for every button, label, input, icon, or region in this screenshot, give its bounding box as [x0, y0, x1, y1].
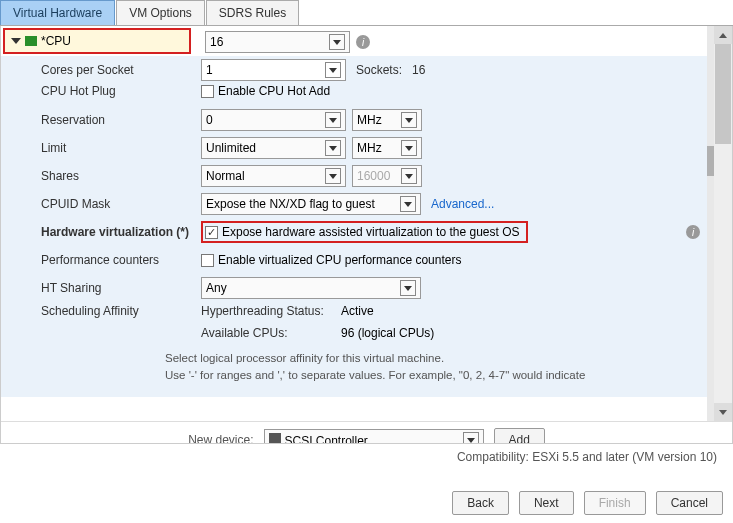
affinity-help-1: Select logical processor affinity for th… — [165, 350, 714, 367]
scsi-icon — [269, 433, 281, 445]
shares-select[interactable]: Normal — [201, 165, 346, 187]
tab-sdrs-rules[interactable]: SDRS Rules — [206, 0, 299, 25]
scrollbar[interactable] — [714, 26, 732, 421]
hwvirt-highlight: Expose hardware assisted virtualization … — [201, 221, 528, 243]
compatibility-text: Compatibility: ESXi 5.5 and later (VM ve… — [0, 444, 733, 468]
scheduling-affinity-label: Scheduling Affinity — [41, 304, 201, 318]
shares-label: Shares — [41, 169, 201, 183]
cpu-section-header[interactable]: *CPU — [3, 28, 191, 54]
chevron-down-icon — [11, 38, 21, 44]
back-button[interactable]: Back — [452, 491, 509, 515]
hotplug-checkbox-label: Enable CPU Hot Add — [218, 84, 330, 98]
tab-vm-options[interactable]: VM Options — [116, 0, 205, 25]
sockets-label: Sockets: — [356, 63, 402, 77]
hardware-panel: *CPU 16 i Cores per Socket 1 Sockets: 16 — [0, 26, 733, 444]
ht-status-label: Hyperthreading Status: — [201, 304, 341, 318]
cores-per-socket-label: Cores per Socket — [41, 63, 201, 77]
scroll-thumb[interactable] — [715, 44, 731, 144]
reservation-select[interactable]: 0 — [201, 109, 346, 131]
limit-select[interactable]: Unlimited — [201, 137, 346, 159]
cpu-count-select[interactable]: 16 — [205, 31, 350, 53]
limit-unit-select[interactable]: MHz — [352, 137, 422, 159]
cpu-chip-icon — [25, 36, 37, 46]
cores-per-socket-select[interactable]: 1 — [201, 59, 346, 81]
cancel-button[interactable]: Cancel — [656, 491, 723, 515]
cores-per-socket-value: 1 — [206, 63, 213, 77]
info-icon[interactable]: i — [686, 225, 700, 239]
cpu-count-value: 16 — [210, 35, 223, 49]
sockets-value: 16 — [412, 63, 425, 77]
hwvirt-checkbox[interactable] — [205, 226, 218, 239]
hotplug-checkbox[interactable] — [201, 85, 214, 98]
shares-number-select: 16000 — [352, 165, 422, 187]
cpuid-mask-select[interactable]: Expose the NX/XD flag to guest — [201, 193, 421, 215]
avail-cpus-value: 96 (logical CPUs) — [341, 326, 434, 340]
add-button[interactable]: Add — [494, 428, 545, 444]
ht-status-value: Active — [341, 304, 374, 318]
next-button[interactable]: Next — [519, 491, 574, 515]
perfcounters-checkbox[interactable] — [201, 254, 214, 267]
perfcounters-checkbox-label: Enable virtualized CPU performance count… — [218, 253, 461, 267]
cpuid-mask-label: CPUID Mask — [41, 197, 201, 211]
tab-virtual-hardware[interactable]: Virtual Hardware — [0, 0, 115, 25]
hwvirt-checkbox-label: Expose hardware assisted virtualization … — [222, 225, 520, 239]
perfcounters-label: Performance counters — [41, 253, 201, 267]
finish-button: Finish — [584, 491, 646, 515]
avail-cpus-label: Available CPUs: — [201, 326, 341, 340]
affinity-help-2: Use '-' for ranges and ',' to separate v… — [165, 367, 714, 384]
wizard-footer: Back Next Finish Cancel — [452, 491, 723, 515]
inner-scroll-track — [707, 26, 714, 421]
info-icon[interactable]: i — [356, 35, 370, 49]
new-device-row: New device: SCSI Controller Add — [1, 421, 732, 444]
reservation-label: Reservation — [41, 113, 201, 127]
cpu-hotplug-label: CPU Hot Plug — [41, 84, 201, 98]
limit-label: Limit — [41, 141, 201, 155]
tab-bar: Virtual Hardware VM Options SDRS Rules — [0, 0, 733, 26]
htsharing-label: HT Sharing — [41, 281, 201, 295]
new-device-label: New device: — [188, 433, 253, 444]
cpuid-advanced-link[interactable]: Advanced... — [431, 197, 494, 211]
new-device-select[interactable]: SCSI Controller — [264, 429, 484, 444]
htsharing-select[interactable]: Any — [201, 277, 421, 299]
scroll-down-icon[interactable] — [714, 403, 732, 421]
reservation-unit-select[interactable]: MHz — [352, 109, 422, 131]
hwvirt-label: Hardware virtualization (*) — [41, 225, 201, 239]
scroll-up-icon[interactable] — [714, 26, 732, 44]
inner-scroll-thumb[interactable] — [707, 146, 714, 176]
cpu-section-label: *CPU — [41, 34, 71, 48]
